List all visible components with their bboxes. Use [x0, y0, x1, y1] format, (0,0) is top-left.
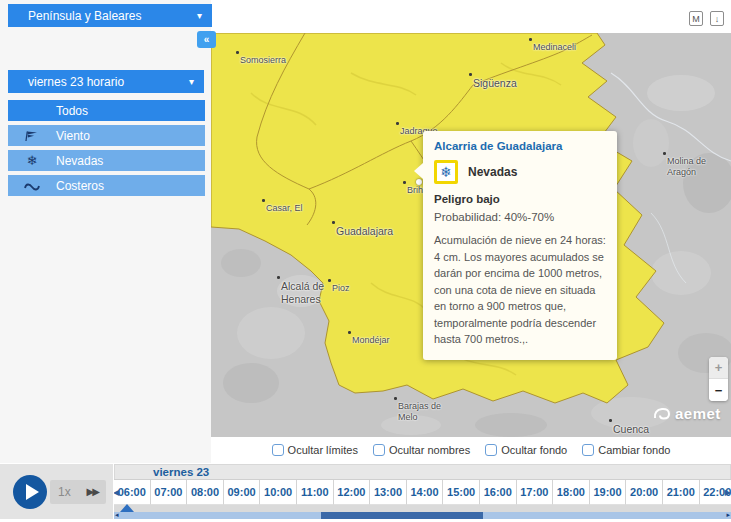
speed-controls: 1x ▶▶ [50, 480, 106, 504]
sidebar-collapse-button[interactable]: « [197, 31, 216, 48]
timeline-hour-cell[interactable]: 15:00 [443, 480, 480, 505]
zoom-in-button[interactable]: + [709, 357, 728, 379]
place-dot [236, 51, 239, 54]
place-label: Pioz [332, 283, 350, 294]
timeline-hours: ◀ ▶ 06:0007:0008:0009:0010:0011:0012:001… [114, 479, 731, 505]
option-ocultar-nombres[interactable]: Ocultar nombres [373, 444, 470, 456]
fast-forward-icon[interactable]: ▶▶ [87, 486, 98, 497]
option-label: Ocultar límites [288, 444, 358, 456]
option-cambiar-fondo[interactable]: Cambiar fondo [582, 444, 670, 456]
place-label: Sigüenza [473, 77, 517, 90]
place-dot [609, 419, 612, 422]
region-selector-label: Península y Baleares [28, 9, 141, 23]
warning-level-box: ❄ [434, 160, 458, 184]
warning-type-menu: Todos Viento ❄ Nevadas Costeros [8, 100, 205, 200]
timeline-hour-cell[interactable]: 08:00 [187, 480, 224, 505]
menu-item-viento[interactable]: Viento [8, 125, 205, 146]
option-label: Ocultar nombres [389, 444, 470, 456]
place-dot [328, 279, 331, 282]
map-mode-icon[interactable]: M [689, 11, 703, 26]
aemet-logo: aemet [652, 405, 721, 422]
speed-label[interactable]: 1x [58, 485, 71, 499]
menu-item-label: Viento [56, 129, 90, 143]
place-label: Alcalá de Henares [281, 280, 324, 306]
zoom-out-button[interactable]: − [709, 379, 728, 401]
scrollbar-right-arrow-icon[interactable]: ▸ [726, 511, 730, 519]
place-label: Mondéjar [352, 335, 390, 346]
place-dot [403, 181, 406, 184]
place-dot [262, 199, 265, 202]
option-ocultar-fondo[interactable]: Ocultar fondo [485, 444, 567, 456]
player-controls: 1x ▶▶ [0, 464, 113, 519]
menu-item-todos[interactable]: Todos [8, 100, 205, 121]
wind-flag-icon [22, 130, 42, 142]
timeline-scroll-right-icon[interactable]: ▶ [725, 488, 731, 497]
checkbox-icon[interactable] [582, 444, 594, 456]
timeline-day-label: viernes 23 [114, 464, 731, 479]
menu-item-label: Todos [56, 104, 88, 118]
timeline-hour-cell[interactable]: 19:00 [590, 480, 627, 505]
timeline-scrollbar-thumb[interactable] [321, 512, 483, 519]
timeline-hour-cell[interactable]: 14:00 [407, 480, 444, 505]
checkbox-icon[interactable] [485, 444, 497, 456]
popup-tail [414, 163, 423, 179]
place-label: Medinaceli [533, 42, 576, 53]
timeline-hour-cell[interactable]: 16:00 [480, 480, 517, 505]
place-dot [396, 122, 399, 125]
timeline-hour-cell[interactable]: 17:00 [517, 480, 554, 505]
current-time-marker[interactable] [120, 504, 134, 512]
timeline-hour-cell[interactable]: 18:00 [553, 480, 590, 505]
menu-item-label: Nevadas [56, 154, 103, 168]
snowflake-icon: ❄ [440, 164, 452, 180]
chevron-down-icon: ▾ [197, 10, 202, 21]
timeline-hour-cell[interactable]: 13:00 [370, 480, 407, 505]
warning-description: Acumulación de nieve en 24 horas: 4 cm. … [434, 232, 606, 348]
timeline-scrollbar[interactable]: ◂ ▸ [114, 512, 731, 519]
place-dot [663, 152, 666, 155]
option-label: Ocultar fondo [501, 444, 567, 456]
place-dot [348, 331, 351, 334]
menu-item-costeros[interactable]: Costeros [8, 175, 205, 196]
play-button[interactable] [13, 475, 47, 509]
place-dot [332, 221, 335, 224]
day-selector-label: viernes 23 horario [28, 75, 124, 89]
probability: Probabilidad: 40%-70% [434, 211, 606, 223]
timeline-hour-cell[interactable]: 10:00 [260, 480, 297, 505]
place-label: Barajas de Melo [398, 401, 441, 424]
day-selector[interactable]: viernes 23 horario ▾ [8, 70, 204, 93]
place-dot [277, 276, 280, 279]
sidebar: Península y Baleares ▾ viernes 23 horari… [0, 0, 211, 463]
place-label: Somosierra [240, 55, 286, 66]
checkbox-icon[interactable] [373, 444, 385, 456]
phenomenon-name: Nevadas [468, 165, 517, 179]
region-selector[interactable]: Península y Baleares ▾ [8, 4, 212, 27]
warning-map[interactable]: SomosierraMedinaceliSigüenzaJadraqueBrih… [211, 33, 731, 437]
timeline-hour-cell[interactable]: 20:00 [626, 480, 663, 505]
map-toolbar: M ↓ [689, 11, 724, 26]
scrollbar-left-arrow-icon[interactable]: ◂ [115, 511, 119, 519]
map-zoom-control: + − [709, 357, 728, 401]
warning-location-marker [416, 179, 422, 185]
danger-level: Peligro bajo [434, 193, 606, 205]
warning-popup: Alcarria de Guadalajara ❄ Nevadas Peligr… [423, 131, 617, 360]
menu-item-nevadas[interactable]: ❄ Nevadas [8, 150, 205, 171]
timeline-scroll-left-icon[interactable]: ◀ [114, 488, 119, 497]
timeline-hour-cell[interactable]: 11:00 [297, 480, 334, 505]
animation-dock: 1x ▶▶ viernes 23 ◀ ▶ 06:0007:0008:0009:0… [0, 463, 731, 522]
option-label: Cambiar fondo [598, 444, 670, 456]
download-icon[interactable]: ↓ [710, 11, 724, 26]
map-options: Ocultar límites Ocultar nombres Ocultar … [211, 437, 731, 463]
timeline-hour-cell[interactable]: 09:00 [224, 480, 261, 505]
timeline-hour-cell[interactable]: 12:00 [334, 480, 371, 505]
timeline-hour-cell[interactable]: 07:00 [151, 480, 188, 505]
timeline: viernes 23 ◀ ▶ 06:0007:0008:0009:0010:00… [114, 464, 731, 518]
play-icon [26, 484, 39, 500]
timeline-hour-cell[interactable]: 21:00 [663, 480, 700, 505]
snowflake-icon: ❄ [22, 153, 42, 168]
timeline-hour-cell[interactable]: 06:00 [114, 480, 151, 505]
place-label: Casar, El [266, 203, 303, 214]
place-label: Molina de Aragón [667, 156, 706, 179]
chevron-down-icon: ▾ [189, 76, 194, 87]
checkbox-icon[interactable] [272, 444, 284, 456]
option-ocultar-limites[interactable]: Ocultar límites [272, 444, 358, 456]
